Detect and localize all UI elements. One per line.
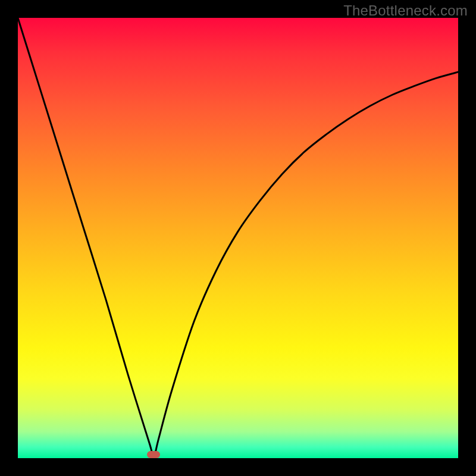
watermark-text: TheBottleneck.com: [343, 2, 468, 19]
chart-plot-area: [18, 18, 458, 458]
bottleneck-curve: [18, 18, 458, 458]
chart-frame: TheBottleneck.com: [0, 0, 476, 476]
optimum-marker: [147, 451, 160, 458]
